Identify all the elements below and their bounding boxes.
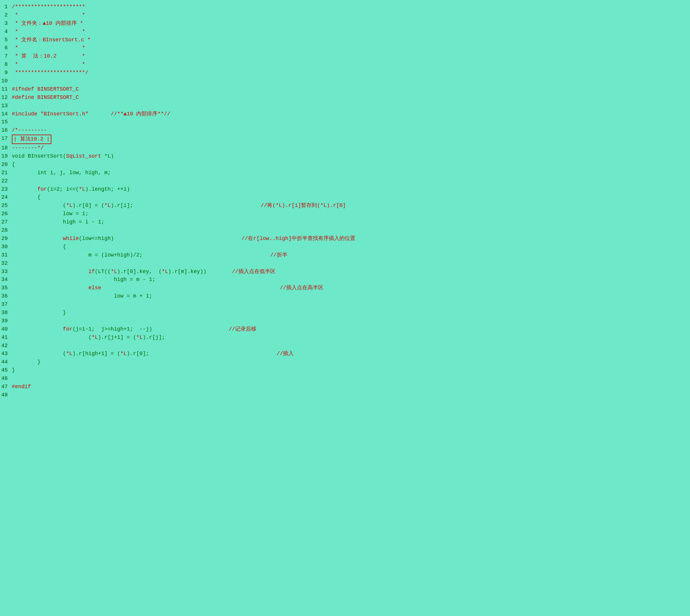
code-token: #ifndef BINSERTSORT_C (12, 86, 79, 92)
code-line: 30 { (0, 243, 690, 251)
code-token: for (63, 326, 72, 332)
line-content: void BInsertSort(SqList_sort *L) (12, 152, 690, 160)
line-content: * * (12, 11, 690, 20)
line-number: 25 (0, 202, 12, 210)
line-content: } (12, 358, 690, 366)
code-token (152, 326, 229, 332)
code-line: 31 m = (low+high)/2; //折半 (0, 251, 690, 260)
line-content: (*L).r[high+1] = (*L).r[0]; //插入 (12, 350, 690, 358)
line-number: 44 (0, 358, 12, 366)
code-token: *L (79, 186, 85, 192)
code-token: } (12, 310, 66, 315)
code-container: 1/**********************2 * *3 * 文件夹：▲10… (0, 0, 690, 616)
line-content: high = i - 1; (12, 218, 690, 226)
line-number: 14 (0, 110, 12, 118)
code-line: 23 for(i=2; i<=(*L).length; ++i) (0, 185, 690, 194)
line-number: 31 (0, 251, 12, 260)
code-token: * * (12, 12, 85, 18)
line-content (12, 375, 690, 383)
code-line: 25 (*L).r[0] = (*L).r[i]; //将(*L).r[i]暂存… (0, 202, 690, 210)
code-line: 17| 算法10.2 | (0, 135, 690, 144)
code-line: 37 (0, 301, 690, 309)
line-number: 42 (0, 342, 12, 350)
code-line: 32 (0, 260, 690, 268)
line-content: * 算 法：10.2 * (12, 52, 690, 61)
code-line: 29 while(low<=high) //在r[low..high]中折半查找… (0, 235, 690, 243)
code-line: 40 for(j=i-1; j>=high+1; --j) //记录后移 (0, 325, 690, 333)
line-number: 33 (0, 268, 12, 276)
code-line: 24 { (0, 193, 690, 202)
line-content (12, 342, 690, 350)
code-token: *L (66, 202, 73, 208)
code-line: 28 (0, 226, 690, 235)
line-content: for(i=2; i<=(*L).length; ++i) (12, 185, 690, 194)
code-token: for (37, 186, 47, 192)
line-content: (*L).r[0] = (*L).r[i]; //将(*L).r[i]暂存到(*… (12, 202, 690, 210)
line-content: low = m + 1; (12, 292, 690, 301)
line-content: * 文件名：BInsertSort.c * (12, 36, 690, 44)
code-line: 16/*--------- (0, 126, 690, 135)
line-content (12, 317, 690, 325)
code-line: 3 * 文件夹：▲10 内部排序 * (0, 20, 690, 28)
code-line: 41 (*L).r[j+1] = (*L).r[j]; (0, 333, 690, 342)
line-number: 38 (0, 309, 12, 317)
code-token: **********************/ (12, 70, 88, 75)
code-line: 19void BInsertSort(SqList_sort *L) (0, 152, 690, 160)
line-number: 8 (0, 61, 12, 69)
code-line: 27 high = i - 1; (0, 218, 690, 226)
code-line: 35 else //插入点在高半区 (0, 284, 690, 292)
code-line: 26 low = 1; (0, 210, 690, 218)
line-number: 48 (0, 391, 12, 399)
line-number: 12 (0, 93, 12, 102)
code-token: /*- (12, 127, 21, 133)
code-token: ).r[high+1] = ( (72, 351, 120, 356)
line-content (12, 118, 690, 126)
code-line: 33 if(LT((*L).r[0].key, (*L).r[m].key)) … (0, 268, 690, 276)
code-line: 12#define BINSERTSORT_C (0, 93, 690, 102)
line-content: #ifndef BINSERTSORT_C (12, 85, 690, 93)
code-token: } (12, 359, 40, 365)
line-content (12, 102, 690, 110)
box-comment: | 算法10.2 | (12, 135, 51, 144)
line-number: 27 (0, 218, 12, 226)
code-line: 44 } (0, 358, 690, 366)
code-line: 10 (0, 77, 690, 85)
code-token: (low<=high) (79, 236, 114, 241)
line-number: 34 (0, 276, 12, 284)
line-content (12, 260, 690, 268)
code-token: ( (12, 334, 91, 340)
code-token: //记录后移 (229, 326, 257, 332)
code-token: low = 1; (12, 211, 88, 217)
code-line: 43 (*L).r[high+1] = (*L).r[0]; //插入 (0, 350, 690, 358)
line-content (12, 77, 690, 85)
code-token: { (12, 244, 66, 250)
code-line: 38 } (0, 309, 690, 317)
line-content: if(LT((*L).r[0].key, (*L).r[m].key)) //插… (12, 268, 690, 276)
line-number: 21 (0, 169, 12, 177)
line-number: 11 (0, 85, 12, 93)
code-line: 45} (0, 366, 690, 375)
code-token: ( (12, 351, 66, 356)
code-token: (j=i-1; j>=high+1; --j) (72, 326, 152, 332)
line-number: 24 (0, 193, 12, 202)
code-token: -------- (21, 127, 47, 133)
code-line: 46 (0, 375, 690, 383)
code-token (143, 252, 270, 258)
code-token: void BInsertSort( (12, 153, 66, 159)
code-token: ).length; ++i) (85, 186, 130, 192)
line-content: * * (12, 44, 690, 52)
line-content: (*L).r[j+1] = (*L).r[j]; (12, 333, 690, 342)
line-number: 39 (0, 317, 12, 325)
line-number: 28 (0, 226, 12, 235)
line-number: 30 (0, 243, 12, 251)
line-number: 13 (0, 102, 12, 110)
line-number: 4 (0, 28, 12, 36)
line-content: while(low<=high) //在r[low..high]中折半查找有序插… (12, 235, 690, 243)
line-content: } (12, 309, 690, 317)
line-number: 37 (0, 301, 12, 309)
code-token (149, 351, 277, 356)
line-content (12, 391, 690, 399)
code-line: 20{ (0, 160, 690, 169)
code-token: *L (111, 269, 117, 274)
code-token: * * (12, 61, 85, 67)
